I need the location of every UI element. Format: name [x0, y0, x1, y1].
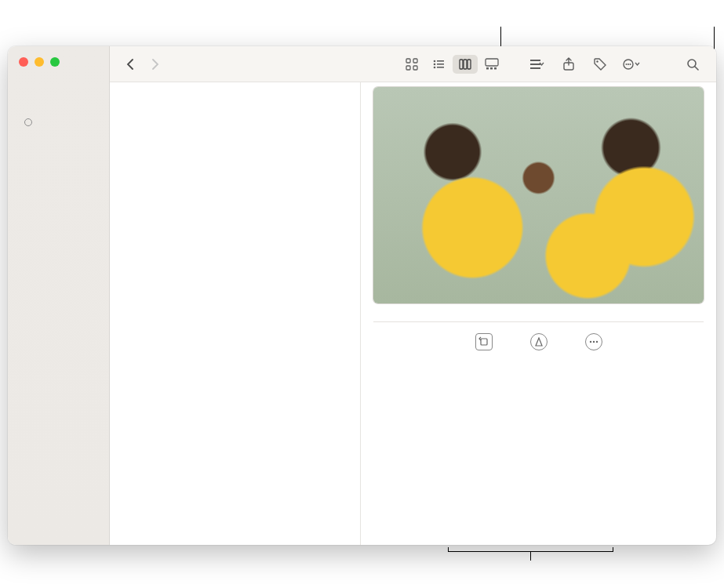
- back-button[interactable]: [121, 55, 140, 74]
- svg-rect-11: [464, 60, 467, 69]
- svg-rect-2: [406, 66, 410, 70]
- svg-point-4: [434, 60, 436, 62]
- svg-rect-18: [530, 64, 540, 65]
- svg-point-25: [630, 64, 631, 65]
- svg-rect-1: [413, 59, 417, 63]
- rotate-icon: [475, 333, 493, 350]
- content-area: [110, 82, 716, 545]
- svg-point-8: [434, 66, 436, 68]
- main-area: [110, 46, 716, 545]
- svg-point-21: [596, 60, 598, 62]
- column-view-button[interactable]: [453, 55, 478, 74]
- icon-view-button[interactable]: [399, 55, 424, 74]
- svg-rect-9: [437, 67, 444, 68]
- forward-button[interactable]: [146, 55, 165, 74]
- svg-rect-5: [437, 60, 444, 62]
- annotation-line: [500, 27, 501, 46]
- markup-action[interactable]: [530, 333, 548, 354]
- sidebar: [8, 46, 110, 545]
- svg-point-23: [626, 64, 628, 65]
- svg-rect-7: [437, 64, 444, 65]
- svg-point-30: [595, 341, 597, 343]
- action-menu-button[interactable]: [619, 55, 644, 74]
- svg-rect-17: [530, 60, 540, 61]
- window-controls: [8, 53, 109, 73]
- toolbar: [110, 46, 716, 82]
- annotation-line: [613, 547, 613, 552]
- more-icon: [585, 333, 602, 350]
- svg-point-6: [434, 63, 436, 65]
- rotate-left-action[interactable]: [475, 333, 493, 354]
- quick-actions: [373, 322, 704, 354]
- svg-rect-3: [413, 66, 417, 70]
- annotation-line: [530, 551, 531, 561]
- minimize-button[interactable]: [35, 57, 44, 67]
- svg-rect-14: [486, 67, 489, 70]
- svg-rect-12: [468, 60, 471, 69]
- tags-button[interactable]: [588, 55, 613, 74]
- gallery-view-button[interactable]: [479, 55, 504, 74]
- more-action[interactable]: [585, 333, 602, 354]
- annotation-line: [448, 547, 449, 552]
- share-button[interactable]: [556, 55, 581, 74]
- svg-rect-10: [460, 60, 463, 69]
- maximize-button[interactable]: [50, 57, 60, 67]
- preview-image: [373, 87, 704, 303]
- view-mode-group: [399, 55, 504, 74]
- sidebar-section-favorites: [8, 73, 109, 83]
- markup-icon: [530, 333, 548, 350]
- svg-point-28: [589, 341, 591, 343]
- svg-rect-13: [486, 59, 498, 66]
- group-by-button[interactable]: [525, 55, 550, 74]
- close-button[interactable]: [19, 57, 28, 67]
- svg-rect-0: [406, 59, 410, 63]
- svg-rect-16: [494, 67, 497, 70]
- preview-column: [361, 82, 716, 545]
- svg-rect-27: [481, 339, 487, 345]
- all-tags-icon: [22, 116, 35, 129]
- sidebar-section-tags: [8, 103, 109, 114]
- svg-rect-19: [530, 67, 540, 69]
- finder-window: [8, 46, 716, 545]
- search-button[interactable]: [680, 55, 705, 74]
- sidebar-section-icloud: [8, 83, 109, 93]
- list-view-button[interactable]: [426, 55, 451, 74]
- svg-point-24: [628, 64, 629, 65]
- sidebar-all-tags[interactable]: [11, 114, 106, 131]
- sidebar-section-locations: [8, 93, 109, 103]
- file-list-column: [110, 82, 361, 545]
- svg-point-29: [592, 341, 594, 343]
- svg-rect-15: [490, 67, 493, 70]
